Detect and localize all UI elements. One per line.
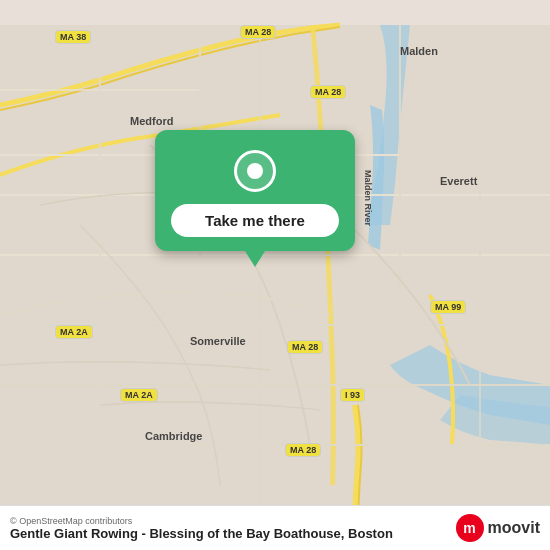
bottom-bar-info: © OpenStreetMap contributors Gentle Gian… <box>10 516 393 541</box>
badge-ma38: MA 38 <box>55 30 91 44</box>
location-name-main: Gentle Giant Rowing - Blessing of the Ba… <box>10 526 344 541</box>
moovit-text: moovit <box>488 519 540 537</box>
badge-ma99: MA 99 <box>430 300 466 314</box>
badge-ma2a-1: MA 2A <box>55 325 93 339</box>
badge-ma28-1: MA 28 <box>240 25 276 39</box>
location-pin-icon <box>234 150 276 192</box>
badge-i93: I 93 <box>340 388 365 402</box>
bottom-bar: © OpenStreetMap contributors Gentle Gian… <box>0 505 550 550</box>
map-container: Malden Medford Everett Somerville Cambri… <box>0 0 550 550</box>
take-me-there-button[interactable]: Take me there <box>171 204 339 237</box>
attribution-text: © OpenStreetMap contributors <box>10 516 393 526</box>
moovit-icon: m <box>456 514 484 542</box>
location-name-text: Gentle Giant Rowing - Blessing of the Ba… <box>10 526 393 541</box>
badge-ma28-2: MA 28 <box>310 85 346 99</box>
svg-rect-0 <box>0 25 550 525</box>
moovit-logo: m moovit <box>456 514 540 542</box>
badge-ma28-3: MA 28 <box>287 340 323 354</box>
location-popup: Take me there <box>155 130 355 251</box>
map-svg <box>0 0 550 550</box>
location-city: Boston <box>348 526 393 541</box>
badge-ma2a-2: MA 2A <box>120 388 158 402</box>
badge-ma28-4: MA 28 <box>285 443 321 457</box>
